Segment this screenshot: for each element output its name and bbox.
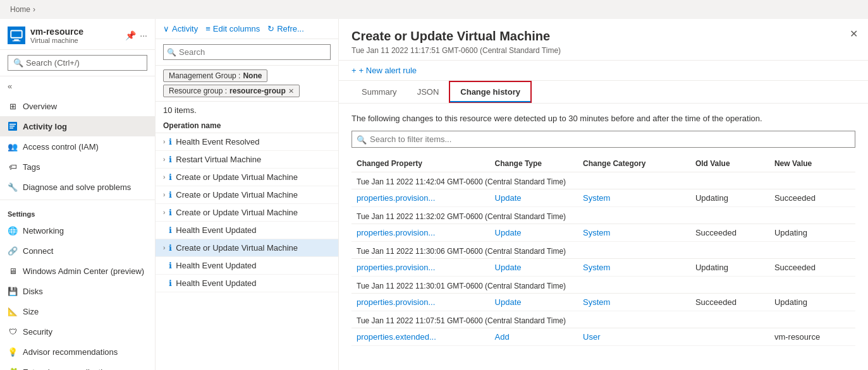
tab-label: JSON — [417, 87, 439, 97]
info-icon: ℹ — [169, 172, 172, 182]
remove-filter-icon[interactable]: ✕ — [288, 87, 294, 95]
property-cell[interactable]: properties.provision... — [351, 189, 490, 207]
column-header-operation-name: Operation name — [156, 119, 338, 133]
tab-change-history[interactable]: Change history — [449, 81, 532, 103]
item-label: Create or Update Virtual Machine — [176, 243, 298, 253]
sidebar-item-connect[interactable]: 🔗 Connect — [0, 241, 155, 261]
disks-icon: 💾 — [8, 286, 18, 296]
property-cell[interactable]: properties.provision... — [351, 259, 490, 277]
activity-button[interactable]: ∨ Activity — [163, 24, 198, 33]
category-cell: System — [578, 189, 690, 207]
col-new-value: New Value — [769, 155, 855, 172]
edit-columns-button[interactable]: ≡ Edit columns — [205, 24, 260, 33]
svg-rect-4 — [9, 124, 16, 125]
change-filter-input[interactable] — [351, 131, 855, 148]
item-label: Health Event Updated — [176, 225, 256, 235]
svg-rect-0 — [11, 31, 22, 38]
table-group-header-row: Tue Jan 11 2022 11:32:02 GMT-0600 (Centr… — [351, 207, 855, 224]
detail-subtitle: Tue Jan 11 2022 11:17:51 GMT-0600 (Centr… — [351, 46, 855, 55]
group-date-cell: Tue Jan 11 2022 11:32:02 GMT-0600 (Centr… — [351, 207, 855, 224]
sidebar-item-overview[interactable]: ⊞ Overview — [0, 96, 155, 116]
sidebar-item-activity-log[interactable]: Activity log — [0, 116, 155, 136]
item-label: Create or Update Virtual Machine — [176, 208, 298, 217]
sidebar-item-advisor[interactable]: 💡 Advisor recommendations — [0, 342, 155, 362]
windows-admin-icon: 🖥 — [8, 266, 18, 276]
activity-search-input[interactable] — [163, 44, 331, 60]
sidebar-item-label: Size — [23, 307, 39, 316]
sidebar-item-extensions[interactable]: 🧩 Extensions + applications — [0, 362, 155, 370]
resource-title-block: vm-resource Virtual machine — [30, 27, 120, 44]
table-group-header-row: Tue Jan 11 2022 11:07:51 GMT-0600 (Centr… — [351, 311, 855, 328]
size-icon: 📐 — [8, 306, 18, 316]
property-cell[interactable]: properties.extended... — [351, 328, 490, 346]
expand-icon: › — [163, 156, 165, 163]
list-item[interactable]: › ℹ Health Event Updated — [156, 257, 338, 275]
list-item[interactable]: › ℹ Create or Update Virtual Machine — [156, 169, 338, 186]
new-value-cell: Updating — [769, 224, 855, 242]
item-label: Health Event Updated — [176, 261, 256, 270]
chevron-left-icon: « — [8, 81, 12, 91]
detail-header: Create or Update Virtual Machine Tue Jan… — [339, 19, 868, 61]
breadcrumb-separator: › — [33, 5, 35, 14]
more-options-icon[interactable]: ··· — [140, 30, 147, 40]
tab-json[interactable]: JSON — [407, 81, 449, 103]
item-label: Health Event Resolved — [176, 137, 259, 146]
old-value-cell: Succeeded — [690, 224, 769, 242]
list-item[interactable]: › ℹ Create or Update Virtual Machine — [156, 239, 338, 257]
list-item[interactable]: › ℹ Health Event Updated — [156, 275, 338, 292]
info-icon: ℹ — [169, 261, 172, 270]
sidebar-item-tags[interactable]: 🏷 Tags — [0, 157, 155, 177]
col-change-type: Change Type — [490, 155, 578, 172]
item-label: Create or Update Virtual Machine — [176, 172, 298, 182]
change-table: Changed Property Change Type Change Cate… — [351, 155, 855, 346]
old-value-cell — [690, 328, 769, 346]
filter-tag-resource-group: Resource group : resource-group ✕ — [163, 85, 300, 97]
new-value-cell: Succeeded — [769, 259, 855, 277]
security-icon: 🛡 — [8, 326, 18, 337]
tab-summary[interactable]: Summary — [351, 81, 407, 103]
list-item[interactable]: › ℹ Health Event Updated — [156, 222, 338, 239]
sidebar-search-input[interactable]: 🔍 Search (Ctrl+/) — [8, 55, 147, 71]
sidebar-item-networking[interactable]: 🌐 Networking — [0, 220, 155, 241]
sidebar-item-label: Windows Admin Center (preview) — [23, 266, 144, 276]
advisor-icon: 💡 — [8, 347, 18, 357]
activity-button-label: Activity — [172, 24, 198, 33]
info-icon: ℹ — [169, 208, 172, 217]
edit-columns-label: Edit columns — [213, 24, 260, 33]
old-value-cell: Updating — [690, 189, 769, 207]
expand-icon: › — [163, 244, 165, 251]
filter-tags-container: Management Group : None Resource group :… — [156, 66, 338, 102]
sidebar-item-windows-admin[interactable]: 🖥 Windows Admin Center (preview) — [0, 261, 155, 281]
list-item[interactable]: › ℹ Restart Virtual Machine — [156, 151, 338, 169]
change-type-cell: Update — [490, 259, 578, 277]
sidebar-item-label: Extensions + applications — [23, 367, 116, 371]
nav-divider — [0, 200, 155, 200]
filter-search-icon: 🔍 — [357, 134, 367, 144]
category-cell: User — [578, 328, 690, 346]
breadcrumb-home[interactable]: Home — [10, 5, 30, 14]
property-cell[interactable]: properties.provision... — [351, 224, 490, 242]
refresh-button[interactable]: ↻ Refre... — [267, 24, 304, 33]
sidebar-item-label: Security — [23, 327, 52, 337]
resource-header-actions: 📌 ··· — [125, 30, 147, 40]
pin-icon[interactable]: 📌 — [125, 30, 136, 40]
svg-rect-1 — [14, 39, 19, 40]
sidebar-item-security[interactable]: 🛡 Security — [0, 321, 155, 342]
sidebar-item-size[interactable]: 📐 Size — [0, 301, 155, 321]
collapse-button[interactable]: « — [0, 76, 155, 96]
list-item[interactable]: › ℹ Health Event Resolved — [156, 133, 338, 151]
close-button[interactable]: ✕ — [850, 28, 858, 40]
new-alert-label: + New alert rule — [359, 66, 417, 75]
list-item[interactable]: › ℹ Create or Update Virtual Machine — [156, 204, 338, 222]
sidebar-item-label: Networking — [23, 226, 64, 236]
breadcrumb: Home › — [0, 0, 868, 19]
new-alert-rule-button[interactable]: + + New alert rule — [351, 66, 417, 75]
filter-key: Resource group : — [169, 87, 227, 95]
resource-header: vm-resource Virtual machine 📌 ··· — [0, 19, 155, 50]
sidebar-item-disks[interactable]: 💾 Disks — [0, 281, 155, 301]
sidebar-item-access-control[interactable]: 👥 Access control (IAM) — [0, 136, 155, 157]
diagnose-icon: 🔧 — [8, 182, 18, 192]
sidebar-item-diagnose[interactable]: 🔧 Diagnose and solve problems — [0, 177, 155, 197]
list-item[interactable]: › ℹ Create or Update Virtual Machine — [156, 186, 338, 204]
property-cell[interactable]: properties.provision... — [351, 294, 490, 311]
